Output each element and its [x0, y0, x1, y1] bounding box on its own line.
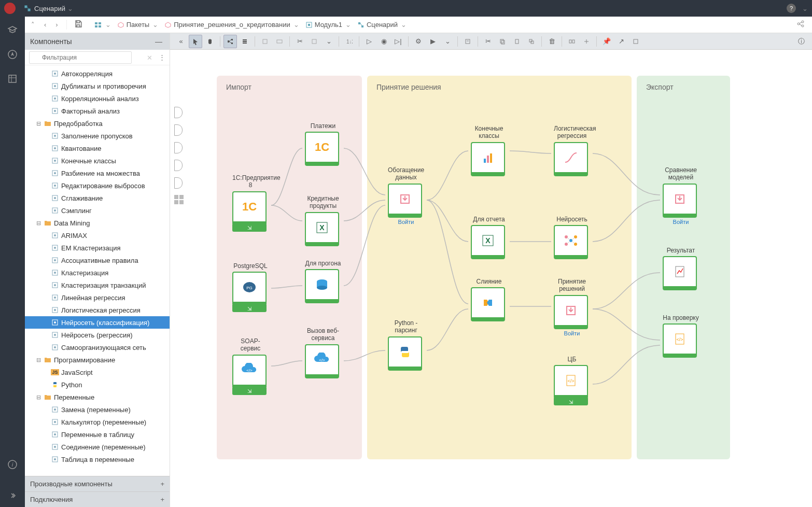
- node-action[interactable]: Войти: [554, 330, 590, 336]
- nav-forward-icon[interactable]: ›: [53, 20, 60, 30]
- breadcrumb-root[interactable]: ⌄: [91, 20, 114, 30]
- node-run[interactable]: Для прогона: [305, 260, 341, 303]
- tree-item-2[interactable]: Корреляционный анализ: [25, 92, 170, 105]
- tree-item-4[interactable]: ⊟Предобработка: [25, 117, 170, 130]
- tree-item-22[interactable]: Самоорганизующаяся сеть: [25, 341, 170, 354]
- canvas-port[interactable]: [174, 177, 183, 189]
- tree-item-8[interactable]: Разбиение на множества: [25, 167, 170, 179]
- graduation-icon[interactable]: [7, 25, 18, 37]
- canvas-port[interactable]: [174, 107, 183, 118]
- node-enrich[interactable]: Обогащение данных Войти: [388, 166, 424, 225]
- nav-up-icon[interactable]: ˄: [29, 20, 37, 30]
- tree-item-17[interactable]: Кластеризация транзакций: [25, 279, 170, 291]
- node-action[interactable]: Войти: [388, 219, 424, 225]
- tree-item-18[interactable]: Линейная регрессия: [25, 291, 170, 304]
- group-icon[interactable]: [565, 35, 579, 48]
- gear-icon[interactable]: ⚙: [412, 35, 425, 48]
- cut-icon[interactable]: ✂: [481, 35, 495, 48]
- tree-item-21[interactable]: Нейросеть (регрессия): [25, 329, 170, 341]
- canvas-port[interactable]: [174, 142, 183, 153]
- save-icon[interactable]: [72, 19, 85, 31]
- tree-item-9[interactable]: Редактирование выбросов: [25, 179, 170, 192]
- cut-link-icon[interactable]: ✂: [293, 35, 306, 48]
- canvas-port[interactable]: [174, 160, 183, 171]
- toolbar-info-icon[interactable]: ⓘ: [794, 35, 808, 48]
- delete-icon[interactable]: 🗑: [545, 35, 558, 48]
- filter-menu-icon[interactable]: ⋮: [159, 53, 165, 61]
- node-postgres[interactable]: PostgreSQL PG ⇲: [232, 262, 269, 312]
- tree-item-0[interactable]: Автокорреляция: [25, 67, 170, 80]
- connections-footer[interactable]: Подключения +: [25, 491, 170, 507]
- canvas-port[interactable]: [174, 124, 183, 136]
- tree-item-11[interactable]: Сэмплинг: [25, 204, 170, 217]
- node-decision[interactable]: Принятие решений Войти: [554, 278, 590, 336]
- tree-item-16[interactable]: Кластеризация: [25, 266, 170, 279]
- compass-icon[interactable]: [7, 49, 18, 61]
- breadcrumb-scenario[interactable]: Сценарий ⌄: [354, 20, 410, 30]
- tree-item-27[interactable]: Замена (переменные): [25, 403, 170, 416]
- info-icon[interactable]: i: [7, 459, 18, 471]
- help-icon[interactable]: ?: [787, 4, 796, 13]
- layout-horizontal-icon[interactable]: [223, 35, 237, 48]
- node-action[interactable]: Войти: [663, 219, 699, 225]
- tree-item-29[interactable]: Переменные в таблицу: [25, 428, 170, 441]
- node-result[interactable]: Результат: [663, 247, 699, 290]
- share-icon[interactable]: [793, 19, 808, 31]
- tree-item-15[interactable]: Ассоциативные правила: [25, 254, 170, 266]
- tb-icon-5[interactable]: ⌄: [441, 35, 454, 48]
- chevron-right-icon[interactable]: [9, 492, 16, 501]
- filter-clear-icon[interactable]: ✕: [147, 54, 152, 62]
- tree-item-7[interactable]: Конечные классы: [25, 154, 170, 167]
- node-review[interactable]: На проверку </>: [663, 314, 699, 358]
- tb-icon-2[interactable]: [273, 35, 286, 48]
- play-step-icon[interactable]: ▷|: [391, 35, 405, 48]
- tree-item-25[interactable]: Python: [25, 378, 170, 391]
- tree-item-1[interactable]: Дубликаты и противоречия: [25, 80, 170, 92]
- node-merge[interactable]: Слияние: [471, 278, 507, 321]
- collapse-panel-icon[interactable]: —: [153, 37, 164, 46]
- layout-list-icon[interactable]: [238, 35, 251, 48]
- tree-item-5[interactable]: Заполнение пропусков: [25, 130, 170, 142]
- copy-icon[interactable]: [496, 35, 509, 48]
- tree-item-12[interactable]: ⊟Data Mining: [25, 217, 170, 229]
- tree-item-20[interactable]: Нейросеть (классификация): [25, 316, 170, 329]
- node-final-classes[interactable]: Конечные классы: [471, 125, 507, 176]
- tree-item-30[interactable]: Соединение (переменные): [25, 441, 170, 453]
- node-python[interactable]: Python - парсинг: [388, 319, 424, 371]
- breadcrumb-module[interactable]: Модуль1 ⌄: [302, 20, 354, 30]
- tree-item-6[interactable]: Квантование: [25, 142, 170, 154]
- tab-dropdown-icon[interactable]: ⌄: [67, 5, 73, 12]
- play-all-icon[interactable]: ▶: [426, 35, 440, 48]
- node-logreg[interactable]: Логистическая регрессия: [554, 125, 590, 176]
- node-webcall[interactable]: Вызов веб-сервиса </>: [305, 327, 341, 378]
- clone-icon[interactable]: [525, 35, 538, 48]
- filter-input[interactable]: [29, 51, 132, 64]
- tree-item-24[interactable]: JSJavaScript: [25, 366, 170, 378]
- node-credit[interactable]: Кредитные продукты X: [305, 195, 341, 246]
- tb-icon-1[interactable]: [258, 35, 272, 48]
- node-payments[interactable]: Платежи 1C: [305, 122, 341, 166]
- tb-icon-4[interactable]: ⌄: [322, 35, 335, 48]
- node-soap[interactable]: SOAP-сервис </> ⇲: [232, 337, 269, 395]
- tree-item-10[interactable]: Сглаживание: [25, 192, 170, 204]
- breadcrumb-packages[interactable]: Пакеты ⌄: [114, 20, 162, 30]
- play-icon[interactable]: ▷: [362, 35, 376, 48]
- tree-item-31[interactable]: Таблица в переменные: [25, 453, 170, 466]
- canvas-port-grid[interactable]: [174, 195, 184, 204]
- record-icon[interactable]: ◉: [377, 35, 390, 48]
- canvas[interactable]: Импорт Принятие решения Экспорт 1С:Предп…: [170, 50, 812, 507]
- node-neural[interactable]: Нейросеть: [554, 216, 590, 259]
- tb-icon-3[interactable]: [307, 35, 321, 48]
- derived-components-footer[interactable]: Производные компоненты +: [25, 476, 170, 491]
- nav-back-icon[interactable]: ‹: [42, 20, 48, 30]
- paste-icon[interactable]: [510, 35, 524, 48]
- node-cb[interactable]: ЦБ </> ⇲: [554, 356, 590, 405]
- note-icon[interactable]: [461, 35, 474, 48]
- tree-item-28[interactable]: Калькулятор (переменные): [25, 416, 170, 428]
- tree-item-26[interactable]: ⊟Переменные: [25, 391, 170, 403]
- export-icon[interactable]: ↗: [614, 35, 628, 48]
- hand-tool-icon[interactable]: [203, 35, 217, 48]
- collapse-left-icon[interactable]: «: [174, 35, 188, 48]
- breadcrumb-scenario-name[interactable]: Принятие_решения_о_кредитовании ⌄: [161, 20, 302, 30]
- window-icon[interactable]: [629, 35, 642, 48]
